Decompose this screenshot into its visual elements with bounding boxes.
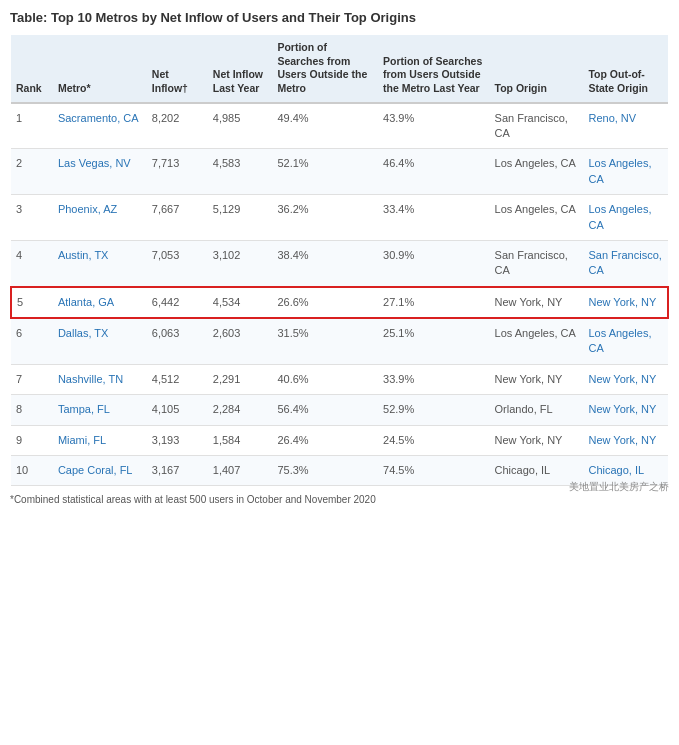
col-header-top-oos: Top Out-of-State Origin [583,35,668,103]
table-title: Table: Top 10 Metros by Net Inflow of Us… [10,10,669,25]
col-header-portion-outside-ly: Portion of Searches from Users Outside t… [378,35,490,103]
table-row: 6Dallas, TX6,0632,60331.5%25.1%Los Angel… [11,318,668,364]
col-header-rank: Rank [11,35,53,103]
col-header-metro: Metro* [53,35,147,103]
table-row: 8Tampa, FL4,1052,28456.4%52.9%Orlando, F… [11,395,668,425]
table-header: Rank Metro* Net Inflow† Net Inflow Last … [11,35,668,103]
table-row: 5Atlanta, GA6,4424,53426.6%27.1%New York… [11,287,668,318]
table-row: 7Nashville, TN4,5122,29140.6%33.9%New Yo… [11,364,668,394]
col-header-portion-outside: Portion of Searches from Users Outside t… [272,35,378,103]
table-row: 2Las Vegas, NV7,7134,58352.1%46.4%Los An… [11,149,668,195]
footnote: *Combined statistical areas with at leas… [10,494,669,505]
data-table: Rank Metro* Net Inflow† Net Inflow Last … [10,35,669,486]
col-header-top-origin: Top Origin [490,35,584,103]
table-row: 4Austin, TX7,0533,10238.4%30.9%San Franc… [11,240,668,286]
table-row: 1Sacramento, CA8,2024,98549.4%43.9%San F… [11,103,668,149]
table-row: 3Phoenix, AZ7,6675,12936.2%33.4%Los Ange… [11,195,668,241]
table-row: 9Miami, FL3,1931,58426.4%24.5%New York, … [11,425,668,455]
watermark: 美地置业北美房产之桥 [569,480,669,494]
col-header-net-inflow: Net Inflow† [147,35,208,103]
col-header-net-inflow-ly: Net Inflow Last Year [208,35,273,103]
